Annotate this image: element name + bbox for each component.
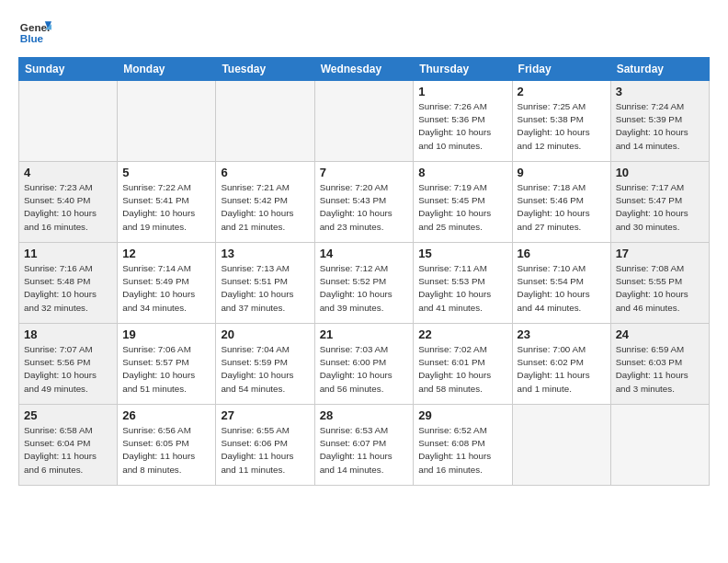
calendar-cell: 24Sunrise: 6:59 AMSunset: 6:03 PMDayligh… <box>610 324 709 405</box>
day-info: Sunrise: 7:21 AMSunset: 5:42 PMDaylight:… <box>221 181 309 234</box>
day-number: 8 <box>418 166 506 179</box>
day-number: 13 <box>221 247 309 260</box>
calendar-cell: 29Sunrise: 6:52 AMSunset: 6:08 PMDayligh… <box>414 405 512 486</box>
day-info: Sunrise: 7:22 AMSunset: 5:41 PMDaylight:… <box>122 181 210 234</box>
weekday-header-wednesday: Wednesday <box>314 58 414 81</box>
day-number: 22 <box>418 327 506 341</box>
day-info: Sunrise: 6:59 AMSunset: 6:03 PMDaylight:… <box>616 343 704 396</box>
day-number: 14 <box>320 247 409 260</box>
weekday-header-friday: Friday <box>512 58 610 81</box>
svg-text:Blue: Blue <box>20 32 44 44</box>
day-number: 12 <box>122 247 210 260</box>
day-info: Sunrise: 7:14 AMSunset: 5:49 PMDaylight:… <box>122 262 210 315</box>
calendar-cell: 1Sunrise: 7:26 AMSunset: 5:36 PMDaylight… <box>414 81 512 162</box>
day-number: 10 <box>616 166 704 179</box>
calendar-cell <box>314 81 414 162</box>
day-number: 6 <box>221 166 309 179</box>
day-number: 29 <box>418 408 506 422</box>
day-info: Sunrise: 7:16 AMSunset: 5:48 PMDaylight:… <box>24 262 112 315</box>
weekday-header-sunday: Sunday <box>19 58 118 81</box>
day-number: 20 <box>221 327 309 341</box>
day-number: 26 <box>122 408 210 422</box>
calendar-cell: 8Sunrise: 7:19 AMSunset: 5:45 PMDaylight… <box>414 162 512 243</box>
calendar-cell: 15Sunrise: 7:11 AMSunset: 5:53 PMDayligh… <box>414 243 512 324</box>
day-info: Sunrise: 7:17 AMSunset: 5:47 PMDaylight:… <box>616 181 704 234</box>
day-info: Sunrise: 6:58 AMSunset: 6:04 PMDaylight:… <box>24 424 112 477</box>
day-number: 3 <box>616 85 704 98</box>
calendar-cell: 18Sunrise: 7:07 AMSunset: 5:56 PMDayligh… <box>19 324 118 405</box>
day-info: Sunrise: 7:25 AMSunset: 5:38 PMDaylight:… <box>518 100 606 153</box>
calendar-week-row: 11Sunrise: 7:16 AMSunset: 5:48 PMDayligh… <box>19 243 710 324</box>
day-info: Sunrise: 7:06 AMSunset: 5:57 PMDaylight:… <box>122 343 210 396</box>
calendar-cell: 10Sunrise: 7:17 AMSunset: 5:47 PMDayligh… <box>610 162 709 243</box>
calendar-cell: 27Sunrise: 6:55 AMSunset: 6:06 PMDayligh… <box>216 405 314 486</box>
day-info: Sunrise: 7:11 AMSunset: 5:53 PMDaylight:… <box>418 262 506 315</box>
day-number: 2 <box>518 85 606 98</box>
day-info: Sunrise: 7:02 AMSunset: 6:01 PMDaylight:… <box>418 343 506 396</box>
day-number: 15 <box>418 247 506 260</box>
day-info: Sunrise: 7:24 AMSunset: 5:39 PMDaylight:… <box>616 100 704 153</box>
day-number: 7 <box>320 166 409 179</box>
day-info: Sunrise: 6:52 AMSunset: 6:08 PMDaylight:… <box>418 424 506 477</box>
day-info: Sunrise: 7:13 AMSunset: 5:51 PMDaylight:… <box>221 262 309 315</box>
day-info: Sunrise: 7:20 AMSunset: 5:43 PMDaylight:… <box>320 181 409 234</box>
day-info: Sunrise: 6:53 AMSunset: 6:07 PMDaylight:… <box>320 424 409 477</box>
day-info: Sunrise: 7:18 AMSunset: 5:46 PMDaylight:… <box>518 181 606 234</box>
day-info: Sunrise: 7:08 AMSunset: 5:55 PMDaylight:… <box>616 262 704 315</box>
calendar-cell: 17Sunrise: 7:08 AMSunset: 5:55 PMDayligh… <box>610 243 709 324</box>
day-info: Sunrise: 7:26 AMSunset: 5:36 PMDaylight:… <box>418 100 506 153</box>
calendar-cell <box>216 81 314 162</box>
weekday-header-saturday: Saturday <box>610 58 709 81</box>
day-info: Sunrise: 7:07 AMSunset: 5:56 PMDaylight:… <box>24 343 112 396</box>
day-info: Sunrise: 7:04 AMSunset: 5:59 PMDaylight:… <box>221 343 309 396</box>
calendar-week-row: 1Sunrise: 7:26 AMSunset: 5:36 PMDaylight… <box>19 81 710 162</box>
calendar-header-row: SundayMondayTuesdayWednesdayThursdayFrid… <box>19 58 710 81</box>
day-number: 9 <box>518 166 606 179</box>
calendar-cell <box>19 81 118 162</box>
day-number: 18 <box>24 327 112 341</box>
day-info: Sunrise: 6:56 AMSunset: 6:05 PMDaylight:… <box>122 424 210 477</box>
day-number: 11 <box>24 247 112 260</box>
weekday-header-tuesday: Tuesday <box>216 58 314 81</box>
calendar-cell: 12Sunrise: 7:14 AMSunset: 5:49 PMDayligh… <box>118 243 216 324</box>
day-info: Sunrise: 7:19 AMSunset: 5:45 PMDaylight:… <box>418 181 506 234</box>
calendar-cell: 19Sunrise: 7:06 AMSunset: 5:57 PMDayligh… <box>118 324 216 405</box>
calendar-cell: 20Sunrise: 7:04 AMSunset: 5:59 PMDayligh… <box>216 324 314 405</box>
day-info: Sunrise: 7:10 AMSunset: 5:54 PMDaylight:… <box>518 262 606 315</box>
calendar-cell: 26Sunrise: 6:56 AMSunset: 6:05 PMDayligh… <box>118 405 216 486</box>
logo: General Blue <box>18 15 57 48</box>
day-number: 4 <box>24 166 112 179</box>
calendar-cell <box>118 81 216 162</box>
calendar-cell: 3Sunrise: 7:24 AMSunset: 5:39 PMDaylight… <box>610 81 709 162</box>
day-number: 24 <box>616 327 704 341</box>
calendar-week-row: 25Sunrise: 6:58 AMSunset: 6:04 PMDayligh… <box>19 405 710 486</box>
day-info: Sunrise: 6:55 AMSunset: 6:06 PMDaylight:… <box>221 424 309 477</box>
calendar-cell <box>512 405 610 486</box>
calendar-table: SundayMondayTuesdayWednesdayThursdayFrid… <box>18 57 710 486</box>
calendar-cell: 5Sunrise: 7:22 AMSunset: 5:41 PMDaylight… <box>118 162 216 243</box>
day-number: 27 <box>221 408 309 422</box>
day-number: 28 <box>320 408 409 422</box>
page-header: General Blue <box>18 15 710 48</box>
calendar-cell: 7Sunrise: 7:20 AMSunset: 5:43 PMDaylight… <box>314 162 414 243</box>
calendar-week-row: 18Sunrise: 7:07 AMSunset: 5:56 PMDayligh… <box>19 324 710 405</box>
logo-icon: General Blue <box>18 15 51 48</box>
day-number: 19 <box>122 327 210 341</box>
calendar-cell: 25Sunrise: 6:58 AMSunset: 6:04 PMDayligh… <box>19 405 118 486</box>
weekday-header-thursday: Thursday <box>414 58 512 81</box>
calendar-cell: 21Sunrise: 7:03 AMSunset: 6:00 PMDayligh… <box>314 324 414 405</box>
day-number: 1 <box>418 85 506 98</box>
calendar-cell: 23Sunrise: 7:00 AMSunset: 6:02 PMDayligh… <box>512 324 610 405</box>
day-info: Sunrise: 7:12 AMSunset: 5:52 PMDaylight:… <box>320 262 409 315</box>
calendar-cell: 4Sunrise: 7:23 AMSunset: 5:40 PMDaylight… <box>19 162 118 243</box>
day-number: 21 <box>320 327 409 341</box>
day-info: Sunrise: 7:23 AMSunset: 5:40 PMDaylight:… <box>24 181 112 234</box>
day-number: 17 <box>616 247 704 260</box>
calendar-cell: 6Sunrise: 7:21 AMSunset: 5:42 PMDaylight… <box>216 162 314 243</box>
day-number: 5 <box>122 166 210 179</box>
day-info: Sunrise: 7:03 AMSunset: 6:00 PMDaylight:… <box>320 343 409 396</box>
calendar-cell: 13Sunrise: 7:13 AMSunset: 5:51 PMDayligh… <box>216 243 314 324</box>
calendar-cell <box>610 405 709 486</box>
weekday-header-monday: Monday <box>118 58 216 81</box>
calendar-week-row: 4Sunrise: 7:23 AMSunset: 5:40 PMDaylight… <box>19 162 710 243</box>
